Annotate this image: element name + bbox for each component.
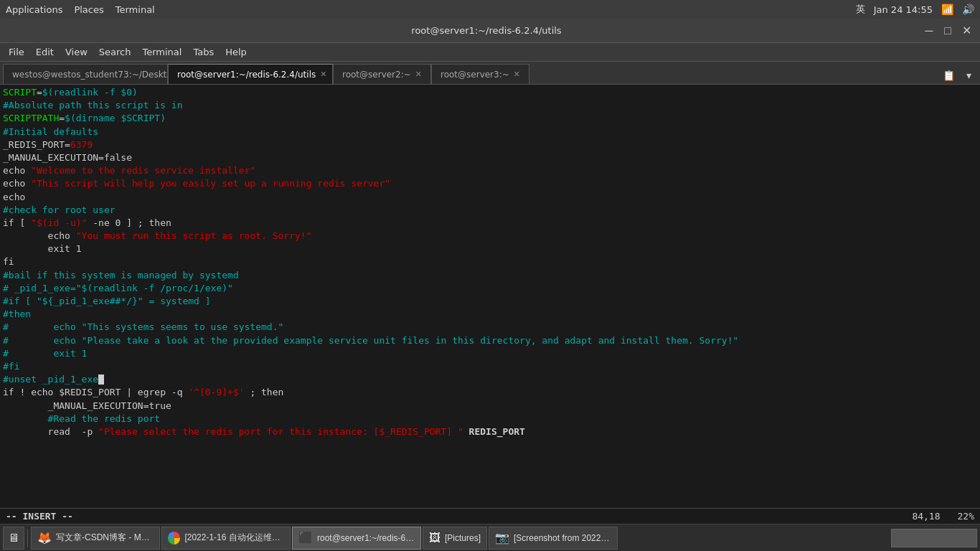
tabs-bar: westos@westos_student73:~/Deskt... ✕ roo…	[0, 62, 980, 85]
window-title: root@server1:~/redis-6.2.4/utils	[50, 25, 923, 36]
menu-bar: File Edit View Search Terminal Tabs Help	[0, 43, 980, 62]
taskbar-screenshot-button[interactable]: 📷 [Screenshot from 2022-01-...	[489, 527, 618, 550]
cursor-position: 84,18	[912, 511, 940, 522]
terminal-content[interactable]: SCRIPT=$(readlink -f $0) #Absolute path …	[0, 85, 980, 508]
tab-server3[interactable]: root@server3:~ ✕	[431, 64, 529, 84]
system-lang: 英	[856, 3, 865, 16]
taskbar-desktop-button[interactable]: 🖥	[3, 527, 24, 550]
menu-help[interactable]: Help	[220, 45, 253, 59]
tab-close-server3[interactable]: ✕	[514, 70, 520, 79]
terminal-menu[interactable]: Terminal	[116, 4, 155, 15]
menu-edit[interactable]: Edit	[30, 45, 60, 59]
menu-tabs[interactable]: Tabs	[187, 45, 220, 59]
new-tab-button[interactable]: 📋	[940, 67, 957, 84]
terminal-taskbar-icon: ⬛	[298, 531, 313, 545]
tab-server2[interactable]: root@server2:~ ✕	[333, 64, 431, 84]
tabs-right: 📋 ▾	[940, 67, 980, 84]
tab-label-server1: root@server1:~/redis-6.2.4/utils	[177, 70, 316, 80]
taskbar-terminal-button[interactable]: ⬛ root@server1:~/redis-6.2...	[292, 527, 421, 550]
volume-icon: 🔊	[962, 4, 974, 15]
tab-server1[interactable]: root@server1:~/redis-6.2.4/utils ✕	[168, 64, 333, 84]
system-bar-left: Applications Places Terminal	[6, 4, 155, 15]
minimize-button[interactable]: ─	[923, 24, 936, 37]
chrome-icon	[168, 532, 180, 545]
menu-view[interactable]: View	[60, 45, 93, 59]
taskbar-firefox-label: 写文章-CSDN博客 - Mozilla...	[56, 532, 154, 544]
tab-westos[interactable]: westos@westos_student73:~/Deskt... ✕	[3, 64, 168, 84]
taskbar-files-label: [Pictures]	[445, 533, 481, 543]
taskbar-right	[891, 529, 977, 547]
applications-menu[interactable]: Applications	[6, 4, 62, 15]
status-bar: -- INSERT -- 84,18 22%	[0, 508, 980, 524]
maximize-button[interactable]: □	[941, 24, 954, 37]
tabs-dropdown-button[interactable]: ▾	[960, 67, 977, 84]
places-menu[interactable]: Places	[74, 4, 103, 15]
tab-close-server1[interactable]: ✕	[320, 70, 326, 79]
taskbar-search-input[interactable]	[891, 529, 977, 547]
taskbar-chrome-label: [2022-1-16 自动化运维课...	[184, 532, 284, 544]
scroll-percent: 22%	[958, 511, 974, 522]
tab-label-server2: root@server2:~	[342, 70, 411, 80]
desktop-icon: 🖥	[8, 532, 19, 545]
title-bar: root@server1:~/redis-6.2.4/utils ─ □ ✕	[0, 19, 980, 43]
taskbar-separator	[27, 529, 28, 547]
menu-search[interactable]: Search	[93, 45, 137, 59]
system-datetime: Jan 24 14:55	[874, 4, 933, 15]
firefox-icon: 🦊	[37, 531, 52, 545]
system-bar: Applications Places Terminal 英 Jan 24 14…	[0, 0, 980, 19]
terminal-window: root@server1:~/redis-6.2.4/utils ─ □ ✕ F…	[0, 19, 980, 524]
taskbar-chrome-button[interactable]: [2022-1-16 自动化运维课...	[161, 527, 291, 550]
tab-label: westos@westos_student73:~/Deskt...	[12, 70, 175, 80]
window-controls: ─ □ ✕	[923, 24, 973, 37]
vim-mode: -- INSERT --	[6, 511, 73, 522]
screenshot-icon: 📷	[495, 531, 509, 545]
taskbar-files-button[interactable]: 🖼 [Pictures]	[423, 527, 487, 550]
taskbar-firefox-button[interactable]: 🦊 写文章-CSDN博客 - Mozilla...	[31, 527, 160, 550]
files-icon: 🖼	[429, 532, 440, 545]
taskbar-screenshot-label: [Screenshot from 2022-01-...	[514, 533, 611, 543]
tab-label-server3: root@server3:~	[440, 70, 509, 80]
menu-file[interactable]: File	[3, 45, 30, 59]
system-bar-right: 英 Jan 24 14:55 📶 🔊	[856, 3, 974, 16]
wifi-icon: 📶	[941, 4, 953, 15]
taskbar: 🖥 🦊 写文章-CSDN博客 - Mozilla... [2022-1-16 自…	[0, 524, 980, 551]
taskbar-terminal-label: root@server1:~/redis-6.2...	[317, 533, 415, 543]
menu-terminal[interactable]: Terminal	[136, 45, 187, 59]
status-right: 84,18 22%	[912, 511, 974, 522]
tab-close-server2[interactable]: ✕	[415, 70, 422, 79]
close-button[interactable]: ✕	[960, 24, 973, 37]
